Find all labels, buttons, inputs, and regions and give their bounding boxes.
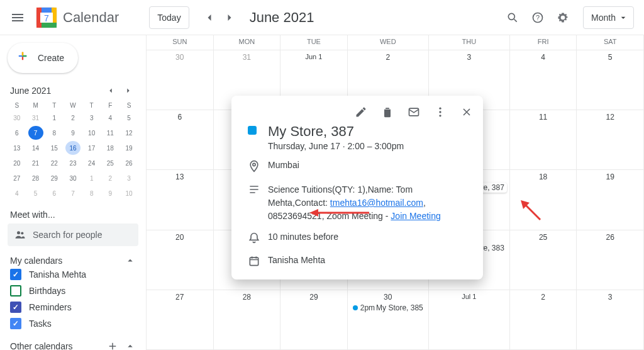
day-cell[interactable]: 27 [147, 290, 214, 350]
day-number: 11 [513, 113, 574, 121]
event-chip[interactable]: 2pm My Store, 385 [350, 303, 426, 313]
day-cell[interactable]: 29 [280, 290, 348, 350]
mini-day[interactable]: 14 [28, 141, 43, 155]
checkbox-icon[interactable] [10, 269, 21, 280]
mini-day[interactable]: 8 [84, 186, 99, 200]
day-cell[interactable]: 19 [577, 170, 644, 230]
today-button[interactable]: Today [149, 6, 189, 29]
mini-day[interactable]: 20 [9, 156, 25, 170]
day-cell[interactable]: 2 [510, 290, 577, 350]
mini-day[interactable]: 10 [84, 126, 99, 140]
mini-day[interactable]: 6 [47, 186, 62, 200]
mini-day[interactable]: 6 [9, 126, 25, 140]
view-select[interactable]: Month [583, 6, 634, 29]
menu-icon[interactable] [10, 10, 25, 25]
other-calendars-toggle[interactable]: Other calendars [8, 341, 138, 350]
day-number: Jul 1 [431, 293, 507, 300]
mini-day[interactable]: 21 [28, 156, 43, 170]
mini-day[interactable]: 9 [65, 126, 80, 140]
day-cell[interactable]: 5 [577, 50, 644, 110]
mini-day[interactable]: 30 [9, 111, 25, 125]
mini-day[interactable]: 11 [103, 126, 118, 140]
day-cell[interactable]: 30 [147, 50, 214, 110]
weekday-header: THU [429, 35, 510, 50]
search-icon[interactable] [500, 5, 525, 30]
day-cell[interactable]: 6 [147, 110, 214, 170]
mini-day[interactable]: 24 [84, 156, 99, 170]
mini-day[interactable]: 27 [9, 171, 25, 185]
mini-day[interactable]: 2 [65, 111, 80, 125]
day-cell[interactable]: 11 [510, 110, 577, 170]
mini-day[interactable]: 13 [9, 141, 25, 155]
mini-day[interactable]: 16 [65, 141, 80, 155]
day-cell[interactable]: 28 [214, 290, 281, 350]
day-number: 4 [513, 53, 574, 62]
mini-next-button[interactable] [121, 83, 136, 98]
day-cell[interactable]: 25 [510, 230, 577, 290]
mini-day[interactable]: 29 [47, 171, 62, 185]
my-calendars-toggle[interactable]: My calendars [8, 255, 138, 266]
mini-day[interactable]: 17 [84, 141, 99, 155]
settings-icon[interactable] [550, 5, 575, 30]
mini-day[interactable]: 15 [47, 141, 62, 155]
mini-day[interactable]: 8 [47, 126, 62, 140]
calendar-item[interactable]: Birthdays [8, 283, 138, 299]
mini-day[interactable]: 30 [65, 171, 80, 185]
join-meeting-link[interactable]: Join Meeting [391, 211, 440, 221]
mini-day[interactable]: 31 [28, 111, 43, 125]
day-cell[interactable]: 20 [147, 230, 214, 290]
mini-day[interactable]: 4 [9, 186, 25, 200]
mini-day[interactable]: 10 [121, 186, 136, 200]
search-people-input[interactable]: Search for people [8, 223, 138, 246]
mini-day[interactable]: 2 [103, 171, 118, 185]
mini-day[interactable]: 5 [28, 186, 43, 200]
contact-email-link[interactable]: tmehta16@hotmail.com [330, 198, 423, 208]
edit-event-button[interactable] [350, 101, 372, 123]
calendar-item[interactable]: Tanisha Mehta [8, 266, 138, 283]
mini-day[interactable]: 28 [28, 171, 43, 185]
day-cell[interactable]: 26 [577, 230, 644, 290]
mini-day[interactable]: 26 [121, 156, 136, 170]
mini-day[interactable]: 4 [103, 111, 118, 125]
close-button[interactable] [455, 101, 478, 123]
mini-day[interactable]: 12 [121, 126, 136, 140]
help-icon[interactable]: ? [525, 5, 550, 30]
mini-day[interactable]: 22 [47, 156, 62, 170]
mini-prev-button[interactable] [103, 83, 118, 98]
event-location: Mumbai [268, 160, 299, 174]
mini-day[interactable]: 3 [121, 171, 136, 185]
calendar-item[interactable]: Tasks [8, 315, 138, 332]
view-select-label: Month [591, 13, 616, 23]
checkbox-icon[interactable] [10, 302, 21, 313]
mini-day[interactable]: 18 [103, 141, 118, 155]
create-button[interactable]: Create [8, 43, 78, 73]
add-calendar-icon[interactable] [107, 341, 118, 350]
prev-month-button[interactable] [199, 8, 219, 28]
day-cell[interactable]: Jul 1 [429, 290, 510, 350]
mini-day[interactable]: 25 [103, 156, 118, 170]
mini-day[interactable]: 9 [103, 186, 118, 200]
day-number: 3 [431, 53, 507, 62]
mini-day[interactable]: 7 [65, 186, 80, 200]
mini-day[interactable]: 5 [121, 111, 136, 125]
delete-event-button[interactable] [376, 101, 399, 123]
day-cell[interactable]: 4 [510, 50, 577, 110]
mini-day[interactable]: 1 [84, 171, 99, 185]
mini-day[interactable]: 7 [28, 126, 43, 140]
mini-calendar[interactable]: SMTWTFS 30311234567891011121314151617181… [8, 101, 138, 201]
day-cell[interactable]: 18 [510, 170, 577, 230]
mini-day[interactable]: 23 [65, 156, 80, 170]
mini-day[interactable]: 3 [84, 111, 99, 125]
next-month-button[interactable] [219, 8, 240, 28]
calendar-item[interactable]: Reminders [8, 299, 138, 315]
day-cell[interactable]: 3 [577, 290, 644, 350]
mini-day[interactable]: 19 [121, 141, 136, 155]
mini-day[interactable]: 1 [47, 111, 62, 125]
day-cell[interactable]: 13 [147, 170, 214, 230]
checkbox-icon[interactable] [10, 318, 21, 329]
day-cell[interactable]: 302pm My Store, 385 [348, 290, 429, 350]
email-guests-button[interactable] [402, 101, 425, 123]
day-cell[interactable]: 12 [577, 110, 644, 170]
options-button[interactable] [429, 101, 452, 123]
checkbox-icon[interactable] [10, 285, 21, 296]
